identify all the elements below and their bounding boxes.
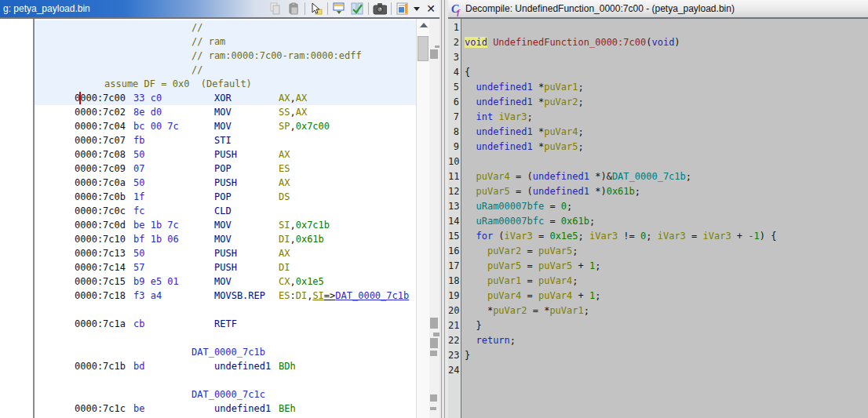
line-number: 9 [448, 140, 459, 154]
listing-row[interactable]: 0000:7c18f3 a4MOVSB.REPES:DI,SI=>DAT_000… [35, 289, 416, 303]
decompile-titlebar[interactable]: Cf Decompile: UndefinedFunction_0000:7c0… [448, 0, 868, 17]
scroll-marker [430, 318, 438, 329]
decompiler-line[interactable]: void UndefinedFunction_0000:7c00(void) [465, 35, 680, 50]
close-icon[interactable]: ✕ [424, 2, 438, 16]
listing-row[interactable]: 0000:7c04bc 00 7cMOVSP,0x7c00 [35, 119, 416, 133]
decompiler-line[interactable]: int iVar3; [465, 110, 533, 125]
scrollbar-thumb[interactable] [418, 36, 429, 61]
listing-row[interactable]: 0000:7c1350PUSHAX [35, 246, 416, 260]
decompiler-line[interactable]: puVar2 = puVar5; [465, 244, 578, 259]
decompiler-line[interactable]: undefined1 *puVar1; [465, 80, 584, 95]
line-number: 6 [448, 95, 459, 110]
line-number: 2 [448, 35, 459, 50]
listing-blank-row[interactable] [35, 303, 416, 317]
listing-row[interactable]: 0000:7c1cbeundefined1BEh [35, 402, 416, 416]
listing-row[interactable]: 0000:7c15b9 e5 01MOVCX,0x1e5 [35, 274, 416, 289]
decompiler-line[interactable]: for (iVar3 = 0x1e5; iVar3 != 0; iVar3 = … [465, 229, 776, 244]
decompiler-line[interactable]: return; [465, 333, 516, 348]
marker-margin[interactable] [429, 19, 439, 418]
listing-toolbar: ✕ [268, 0, 438, 17]
line-number: 10 [448, 154, 459, 169]
line-number: 13 [448, 199, 459, 214]
decompiler-line[interactable]: puVar1 = puVar4; [465, 274, 578, 289]
splitter-line [444, 0, 445, 418]
listing-row[interactable]: 0000:7c1457PUSHDI [35, 260, 416, 274]
show-table-icon[interactable] [332, 2, 346, 16]
snapshot-camera-icon[interactable] [373, 2, 387, 16]
line-number: 7 [448, 110, 459, 125]
paste-icon[interactable] [286, 2, 301, 16]
line-number: 23 [448, 348, 459, 363]
toolbar-separator [327, 2, 328, 15]
listing-title: g: petya_payload.bin [3, 0, 90, 17]
line-number: 8 [448, 125, 459, 140]
line-number: 16 [448, 244, 459, 259]
line-number: 21 [448, 318, 459, 333]
listing-left-margin [0, 19, 33, 418]
decompiler-line[interactable]: undefined1 *puVar2; [465, 95, 584, 110]
line-number: 24 [448, 363, 459, 378]
listing-row[interactable]: 0000:7c0dbe 1b 7cMOVSI,0x7c1b [35, 218, 416, 232]
decompiler-line[interactable]: puVar5 = (undefined1 *)0x61b; [465, 184, 640, 199]
line-number: 22 [448, 333, 459, 348]
toolbar-separator [391, 2, 392, 15]
decompiler-line[interactable]: uRam00007bfc = 0x61b; [465, 214, 595, 229]
listing-row[interactable]: 0000:7c0b1fPOPDS [35, 190, 416, 204]
listing-blank-row[interactable] [35, 331, 416, 345]
copy-icon[interactable] [268, 2, 283, 16]
decompiler-line[interactable]: } [465, 348, 470, 363]
decompiler-line[interactable]: puVar5 = puVar5 + 1; [465, 259, 600, 274]
listing-comment-row[interactable]: // ram [35, 35, 416, 49]
decompiler-line[interactable]: } [465, 318, 482, 333]
text-cursor [79, 92, 81, 104]
decompiler-line[interactable]: { [465, 65, 470, 80]
line-number: 12 [448, 184, 459, 199]
listing-comment-row[interactable]: // [35, 63, 416, 77]
listing-row[interactable]: 0000:7c10bf 1b 06MOVDI,0x61b [35, 232, 416, 246]
listing-row[interactable]: 0000:7c0a50PUSHAX [35, 176, 416, 190]
apply-diff-icon[interactable] [350, 2, 364, 16]
listing-display-options-icon[interactable] [396, 2, 410, 16]
listing-row[interactable]: 0000:7c0907POPES [35, 162, 416, 176]
line-number: 1 [448, 20, 459, 35]
listing-comment-row[interactable]: // [35, 20, 416, 35]
splitter-line [441, 0, 442, 418]
listing-assume-row[interactable]: assume DF = 0x0 (Default) [35, 77, 416, 91]
listing-row[interactable]: 0000:7c1bbdundefined1BDh [35, 359, 416, 373]
line-number: 15 [448, 229, 459, 244]
listing-row[interactable]: 0000:7c0cfcCLD [35, 204, 416, 218]
line-number: 20 [448, 304, 459, 318]
decompiler-line[interactable]: undefined1 *puVar4; [465, 125, 584, 140]
listing-blank-row[interactable] [35, 373, 416, 387]
decompiler-line[interactable]: puVar4 = (undefined1 *)&DAT_0000_7c1b; [465, 169, 691, 184]
listing-row[interactable]: 0000:7c1acbRETF [35, 317, 416, 331]
panel-splitter[interactable] [439, 0, 448, 418]
line-number: 11 [448, 169, 459, 184]
listing-row[interactable]: 0000:7c028e d0MOVSS,AX [35, 105, 416, 119]
decompiler-view[interactable]: void UndefinedFunction_0000:7c00(void){ … [461, 19, 868, 418]
ghidra-window: g: petya_payload.bin [0, 0, 868, 418]
chevron-down-icon[interactable] [414, 7, 420, 11]
toolbar-separator [305, 2, 305, 15]
listing-row[interactable]: 0000:7c0850PUSHAX [35, 147, 416, 162]
listing-titlebar[interactable]: g: petya_payload.bin [0, 0, 439, 17]
scroll-up-icon[interactable] [420, 23, 428, 27]
listing-lbl-row[interactable]: DAT_0000_7c1c [35, 387, 416, 402]
listing-row[interactable]: 0000:7c07fbSTI [35, 133, 416, 147]
decompiler-line[interactable]: puVar4 = puVar4 + 1; [465, 289, 600, 304]
listing-lbl-row[interactable]: DAT_0000_7c1b [35, 345, 416, 359]
cursor-location-icon[interactable] [309, 2, 323, 16]
scroll-marker [430, 338, 438, 348]
listing-scrollbar[interactable] [416, 19, 429, 418]
decompile-title: Decompile: UndefinedFunction_0000:7c00 -… [465, 0, 735, 17]
decompiler-line[interactable]: undefined1 *puVar5; [465, 140, 584, 154]
listing-comment-row[interactable]: // ram:0000:7c00-ram:0000:edff [35, 49, 416, 63]
decompiler-line[interactable]: uRam00007bfe = 0; [465, 199, 572, 214]
decompiler-line[interactable]: *puVar2 = *puVar1; [465, 304, 589, 318]
line-number: 5 [448, 80, 459, 95]
listing-view[interactable]: //// ram// ram:0000:7c00-ram:0000:edff//… [35, 19, 416, 418]
scroll-marker [430, 351, 437, 356]
listing-row[interactable]: 0000:7c0033 c0XORAX,AX [35, 91, 416, 105]
toolbar-separator [368, 2, 369, 15]
line-number: 19 [448, 289, 459, 304]
